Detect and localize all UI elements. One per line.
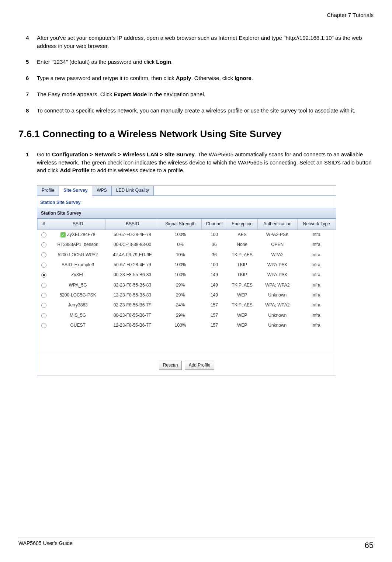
chapter-header: Chapter 7 Tutorials (18, 11, 374, 19)
row-radio[interactable] (41, 283, 46, 288)
table-row: GUEST12-23-F8-55-B6-7F100%157WEPUnknownI… (38, 320, 336, 330)
row-radio[interactable] (41, 303, 46, 308)
ssid-cell: WPA_5G (50, 280, 106, 290)
channel-cell: 100 (202, 229, 227, 240)
ntype-cell: Infra. (297, 270, 336, 280)
table-row: Jerry388302-23-F8-55-B6-7F24%157TKIP; AE… (38, 300, 336, 310)
bssid-cell: 02-23-F8-55-B6-83 (106, 280, 159, 290)
tab-wps[interactable]: WPS (92, 186, 111, 195)
page-number: 65 (365, 540, 374, 551)
step-number: 1 (26, 150, 37, 174)
ssid-cell: Jerry3883 (50, 300, 106, 310)
enc-cell: TKIP (227, 260, 257, 270)
ntype-cell: Infra. (297, 311, 336, 320)
signal-cell: 10% (159, 250, 202, 260)
bssid-cell: 00-23-F8-55-B6-7F (106, 311, 159, 320)
step-text: The Easy mode appears. Click Expert Mode… (37, 90, 374, 98)
channel-cell: 149 (202, 270, 227, 280)
signal-cell: 100% (159, 320, 202, 330)
step: 4After you've set your computer's IP add… (18, 34, 374, 50)
step-text: After you've set your computer's IP addr… (37, 34, 374, 50)
auth-cell: WPA-PSK (257, 260, 297, 270)
ssid-cell: 5200-LOC5G-WPA2 (50, 250, 106, 260)
tab-led-link-quality[interactable]: LED Link Quality (112, 186, 154, 195)
signal-cell: 100% (159, 229, 202, 240)
table-row: 5200-LOC5G-WPA242-4A-03-79-ED-9E10%36TKI… (38, 250, 336, 260)
ntype-cell: Infra. (297, 290, 336, 300)
add-profile-button[interactable]: Add Profile (185, 361, 215, 370)
ssid-cell: MIS_5G (50, 311, 106, 320)
table-row: MIS_5G00-23-F8-55-B6-7F29%157WEPUnknownI… (38, 311, 336, 320)
enc-cell: WEP (227, 290, 257, 300)
step: 8To connect to a specific wireless netwo… (18, 107, 374, 115)
table-row: RT3883AP1_benson00-0C-43-38-83-000%36Non… (38, 240, 336, 250)
signal-cell: 24% (159, 300, 202, 310)
ntype-cell: Infra. (297, 229, 336, 240)
enc-cell: TKIP; AES (227, 250, 257, 260)
ssid-cell: 5200-LOC5G-PSK (50, 290, 106, 300)
tab-site-survey[interactable]: Site Survey (59, 186, 92, 195)
rescan-button[interactable]: Rescan (159, 361, 182, 370)
channel-cell: 157 (202, 320, 227, 330)
column-header: BSSID (106, 219, 159, 229)
row-radio[interactable] (41, 263, 46, 268)
step-text: To connect to a specific wireless networ… (37, 107, 374, 115)
step-number: 5 (26, 58, 37, 66)
channel-cell: 149 (202, 290, 227, 300)
step-text: Go to Configuration > Network > Wireless… (37, 150, 374, 174)
step-text: Type a new password and retype it to con… (37, 74, 374, 82)
auth-cell: Unknown (257, 320, 297, 330)
ssid-cell: RT3883AP1_benson (50, 240, 106, 250)
step: 7The Easy mode appears. Click Expert Mod… (18, 90, 374, 98)
row-radio[interactable] (41, 252, 46, 257)
row-radio[interactable] (41, 313, 46, 318)
row-radio[interactable] (41, 293, 46, 298)
column-header: # (38, 219, 50, 229)
tab-profile[interactable]: Profile (37, 186, 59, 195)
section-title: Station Site Survey (37, 196, 336, 208)
bssid-cell: 42-4A-03-79-ED-9E (106, 250, 159, 260)
ntype-cell: Infra. (297, 320, 336, 330)
auth-cell: WPA; WPA2 (257, 300, 297, 310)
step: 6Type a new password and retype it to co… (18, 74, 374, 82)
footer-doc-title: WAP5605 User's Guide (18, 540, 73, 551)
bssid-cell: 00-0C-43-38-83-00 (106, 240, 159, 250)
enc-cell: TKIP; AES (227, 300, 257, 310)
table-row: SSID_Example350-67-F0-28-4F-79100%100TKI… (38, 260, 336, 270)
row-radio[interactable] (41, 232, 46, 237)
auth-cell: Unknown (257, 311, 297, 320)
ssid-cell: ✓ZyXEL284F78 (50, 229, 106, 240)
column-header: Encryption (227, 219, 257, 229)
row-radio[interactable] (41, 323, 46, 328)
column-header: Authentication (257, 219, 297, 229)
ntype-cell: Infra. (297, 250, 336, 260)
row-radio[interactable] (41, 273, 46, 278)
column-header: Network Type (297, 219, 336, 229)
table-row: ZyXEL00-23-F8-55-B6-83100%149TKIPWPA-PSK… (38, 270, 336, 280)
signal-cell: 29% (159, 311, 202, 320)
ntype-cell: Infra. (297, 260, 336, 270)
auth-cell: OPEN (257, 240, 297, 250)
bssid-cell: 02-23-F8-55-B6-7F (106, 300, 159, 310)
channel-cell: 36 (202, 240, 227, 250)
ssid-cell: SSID_Example3 (50, 260, 106, 270)
step-number: 6 (26, 74, 37, 82)
signal-cell: 0% (159, 240, 202, 250)
ntype-cell: Infra. (297, 300, 336, 310)
enc-cell: TKIP; AES (227, 280, 257, 290)
column-header: Channel (202, 219, 227, 229)
table-row: ✓ZyXEL284F7850-67-F0-28-4F-78100%100AESW… (38, 229, 336, 240)
enc-cell: None (227, 240, 257, 250)
bssid-cell: 50-67-F0-28-4F-78 (106, 229, 159, 240)
step-text: Enter "1234" (default) as the password a… (37, 58, 374, 66)
bssid-cell: 12-23-F8-55-B6-7F (106, 320, 159, 330)
enc-cell: WEP (227, 311, 257, 320)
row-radio[interactable] (41, 242, 46, 247)
auth-cell: Unknown (257, 290, 297, 300)
ssid-cell: ZyXEL (50, 270, 106, 280)
bssid-cell: 50-67-F0-28-4F-79 (106, 260, 159, 270)
ntype-cell: Infra. (297, 240, 336, 250)
ssid-cell: GUEST (50, 320, 106, 330)
ntype-cell: Infra. (297, 280, 336, 290)
signal-cell: 100% (159, 270, 202, 280)
